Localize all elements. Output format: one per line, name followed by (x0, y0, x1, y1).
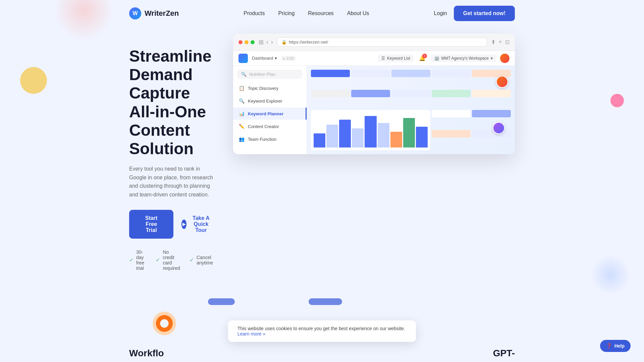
url-text: https://writerzen.net/ (289, 40, 328, 45)
app-topbar: Dashboard ▾ v. 2.02 ☰ Keyword List 🔔 8 (233, 51, 515, 66)
lock-icon: 🔒 (281, 40, 287, 45)
cookie-message: This website uses cookies to ensure you … (237, 326, 405, 331)
topic-discovery-icon: 📋 (238, 85, 245, 91)
nav-links: Products Pricing Resources About Us (244, 10, 369, 16)
data-cell-right-4 (472, 130, 511, 137)
get-started-button[interactable]: Get started now! (454, 6, 515, 21)
hero-buttons: Start Free Trial ▶ Take A Quick Tour (129, 210, 213, 239)
browser-dots (238, 40, 255, 44)
browser-sidebar[interactable]: ⊡ (505, 39, 509, 45)
data-cell-7 (351, 90, 390, 97)
nav-products[interactable]: Products (244, 10, 265, 16)
user-avatar[interactable] (500, 54, 509, 63)
keyword-list-icon: ☰ (381, 56, 385, 61)
login-button[interactable]: Login (434, 10, 447, 16)
browser-forward[interactable]: › (271, 39, 273, 46)
workspace-icon: 🏢 (434, 56, 439, 61)
data-cell-2 (351, 70, 390, 77)
browser-close-dot[interactable] (238, 40, 243, 44)
chart-bar-1 (314, 133, 325, 147)
browser-url-bar[interactable]: 🔒 https://writerzen.net/ (277, 38, 487, 47)
app-chrome: Dashboard ▾ v. 2.02 ☰ Keyword List 🔔 8 (233, 51, 515, 154)
learn-more-link[interactable]: Learn more » (237, 331, 405, 337)
content-creator-icon: ✏️ (238, 124, 245, 129)
help-button[interactable]: ❓ Help (600, 340, 631, 352)
app-search-bar[interactable]: 🔍 Nutrition Plan (237, 70, 303, 79)
chart-bar-5 (365, 116, 376, 147)
dashboard-label[interactable]: Dashboard ▾ (252, 56, 277, 61)
data-cell-10 (472, 90, 511, 97)
chart-bar-9 (416, 127, 428, 147)
data-cell-9 (432, 90, 471, 97)
app-main-content (307, 66, 515, 154)
blue-pill-1 (208, 298, 235, 305)
workspace-selector[interactable]: 🏢 MMT Agency's Workspace ▾ (431, 55, 496, 62)
cookie-text-wrapper: This website uses cookies to ensure you … (237, 326, 405, 337)
floating-avatar-2 (493, 122, 505, 134)
keyword-list-button[interactable]: ☰ Keyword List (378, 55, 414, 62)
browser-share[interactable]: ⬆ (491, 39, 495, 45)
browser-actions: ⬆ + ⊡ (491, 39, 509, 45)
data-cell-5 (472, 70, 511, 77)
data-cell-8 (391, 90, 430, 97)
data-visualization (307, 66, 515, 154)
sidebar-item-content-creator[interactable]: ✏️ Content Creator (233, 120, 307, 132)
badge-trial: ✓ 30-day free trial (129, 249, 148, 271)
chart-bar-6 (378, 123, 389, 147)
cookie-banner: This website uses cookies to ensure you … (228, 320, 416, 342)
keyword-explorer-icon: 🔍 (238, 98, 245, 104)
data-cell-4 (432, 70, 471, 77)
browser-maximize-dot[interactable] (251, 40, 255, 44)
data-cell-right-2 (472, 110, 511, 117)
check-icon-1: ✓ (129, 257, 133, 263)
browser-new-tab[interactable]: + (499, 39, 502, 45)
team-function-icon: 👥 (238, 136, 245, 142)
logo-text: WriterZen (145, 9, 179, 18)
nav-resources[interactable]: Resources (308, 10, 333, 16)
browser-nav-buttons: ⊞ ‹ › (259, 39, 273, 46)
data-cell-right-1 (432, 110, 471, 117)
help-icon: ❓ (606, 343, 612, 349)
hero-content: Streamline Demand Capture All-in-One Con… (129, 34, 233, 271)
gpt-section: GPT- (493, 348, 515, 362)
browser-minimize-dot[interactable] (245, 40, 249, 44)
browser-window: ⊞ ‹ › 🔒 https://writerzen.net/ ⬆ + ⊡ (233, 34, 515, 154)
notification-count: 8 (422, 54, 427, 58)
sidebar-item-team-function[interactable]: 👥 Team Function (233, 133, 307, 145)
data-cell-right-3 (432, 130, 471, 137)
chart-bar-7 (390, 132, 402, 147)
check-icon-3: ✓ (190, 257, 194, 263)
nav-pricing[interactable]: Pricing (278, 10, 294, 16)
app-content: 🔍 Nutrition Plan 📋 Topic Discovery 🔍 Key… (233, 66, 515, 154)
start-trial-button[interactable]: Start Free Trial (129, 210, 173, 239)
data-cell-6 (311, 90, 350, 97)
search-icon: 🔍 (241, 72, 247, 77)
nav-right: Login Get started now! (434, 6, 515, 21)
sidebar-item-keyword-explorer[interactable]: 🔍 Keyword Explorer (233, 95, 307, 107)
version-tag: v. 2.02 (281, 56, 296, 61)
blue-pill-2 (309, 298, 342, 305)
check-icon-2: ✓ (156, 257, 160, 263)
chevron-down-icon: ▾ (491, 56, 493, 61)
sidebar-item-keyword-planner[interactable]: 📊 Keyword Planner (233, 108, 307, 120)
sidebar-item-topic-discovery[interactable]: 📋 Topic Discovery (233, 82, 307, 94)
app-topbar-left: Dashboard ▾ v. 2.02 (238, 54, 296, 63)
play-icon: ▶ (181, 220, 186, 229)
chart-bar-3 (339, 120, 351, 147)
data-cell-1 (311, 70, 350, 77)
chart-area (311, 110, 430, 150)
keyword-planner-icon: 📊 (238, 111, 245, 116)
main-nav: W WriterZen Products Pricing Resources A… (0, 0, 644, 27)
browser-back[interactable]: ‹ (266, 39, 268, 46)
hero-badges: ✓ 30-day free trial ✓ No credit card req… (129, 249, 213, 271)
nav-about[interactable]: About Us (347, 10, 369, 16)
quick-tour-button[interactable]: ▶ Take A Quick Tour (181, 215, 213, 233)
chart-bar-4 (352, 128, 364, 147)
nav-logo[interactable]: W WriterZen (129, 7, 179, 19)
browser-tab-grid[interactable]: ⊞ (259, 39, 264, 46)
app-logo-small (238, 54, 248, 63)
chart-bar-8 (403, 118, 415, 147)
browser-toolbar: ⊞ ‹ › 🔒 https://writerzen.net/ ⬆ + ⊡ (233, 34, 515, 51)
hero-section: Streamline Demand Capture All-in-One Con… (0, 27, 644, 271)
notification-button[interactable]: 🔔 8 (418, 54, 427, 63)
